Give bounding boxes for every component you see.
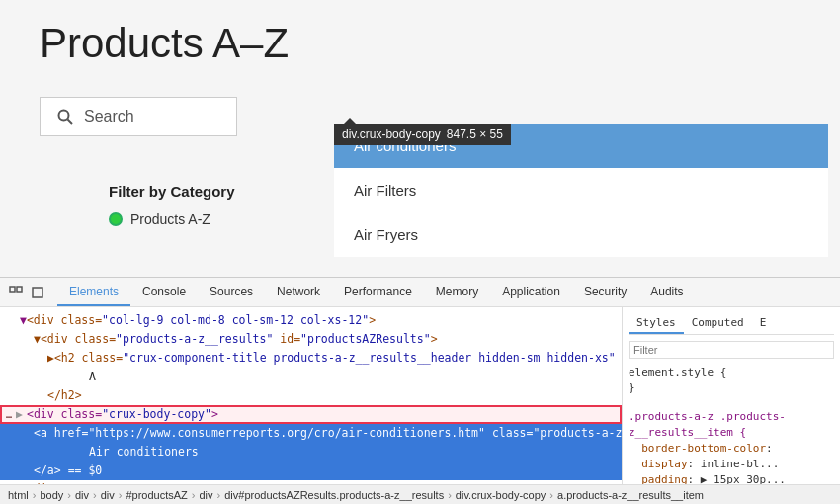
dom-line-anchor-close: </a> == $0 [0,462,622,480]
svg-line-1 [68,120,73,125]
svg-rect-2 [10,287,15,292]
breadcrumb-body[interactable]: body [40,489,63,501]
preview-area: Products A–Z Search div.crux-body-copy 8… [0,0,840,277]
dom-line: ▼<div class="col-lg-9 col-md-8 col-sm-12… [0,311,622,330]
box-icon[interactable] [30,285,45,300]
products-rule: .products-a-z .products-z__results__item… [629,409,834,484]
element-tooltip: div.crux-body-copy 847.5 × 55 [334,124,511,145]
breadcrumb-div1[interactable]: div [75,489,89,501]
tab-sources[interactable]: Sources [198,279,265,306]
dom-line-anchor[interactable]: <a href="https://www.consumerreports.org… [0,424,622,443]
page-title: Products A–Z [40,20,800,67]
styles-panel: Styles Computed E element.style { } .pro… [623,307,840,484]
filter-title: Filter by Category [109,183,235,200]
styles-tabs: Styles Computed E [629,313,834,335]
filter-option[interactable]: Products A-Z [109,211,235,227]
dom-line: </h2> [0,386,622,405]
radio-dot [109,212,123,226]
devtools-icons [8,285,45,300]
filter-option-label: Products A-Z [130,211,210,227]
tooltip-dimensions: 847.5 × 55 [447,127,503,141]
devtools-panel: Elements Console Sources Network Perform… [0,277,840,504]
breadcrumb-div2[interactable]: div [101,489,115,501]
tab-elements[interactable]: Elements [57,279,130,306]
element-style-label: element.style { [629,366,726,378]
dom-line-crux-body-copy[interactable]: … ▶ <div class="crux-body-copy"> [0,405,622,424]
styles-tab-e[interactable]: E [752,313,775,334]
tab-audits[interactable]: Audits [638,279,695,306]
svg-rect-3 [17,287,22,292]
styles-tab-computed[interactable]: Computed [684,313,752,334]
breadcrumb-productsaz[interactable]: #productsAZ [126,489,187,501]
breadcrumb-crux[interactable]: div.crux-body-copy [456,489,546,501]
element-style-rule: element.style { } [629,365,834,396]
styles-filter-input[interactable] [629,341,834,359]
devtools-body: ▼<div class="col-lg-9 col-md-8 col-sm-12… [0,307,840,484]
tab-application[interactable]: Application [490,279,572,306]
search-icon [56,108,74,126]
cursor-icon[interactable] [8,285,24,300]
tab-network[interactable]: Network [265,279,332,306]
element-style-close: } [629,381,635,394]
filter-section: Filter by Category Products A-Z [109,183,235,227]
svg-rect-4 [33,288,42,297]
breadcrumb-anchor[interactable]: a.products-a-z__results__item [557,489,704,501]
styles-tab-styles[interactable]: Styles [629,313,684,334]
tab-memory[interactable]: Memory [424,279,490,306]
svg-point-0 [59,111,69,121]
dom-line: A [0,368,622,386]
dom-line: ▼<div class="products-a-z__results" id="… [0,330,622,349]
dom-panel: ▼<div class="col-lg-9 col-md-8 col-sm-12… [0,307,623,484]
breadcrumb: html › body › div › div › #productsAZ › … [0,484,840,504]
breadcrumb-results[interactable]: div#productsAZResults.products-a-z__resu… [224,489,444,501]
breadcrumb-html[interactable]: html [8,489,29,501]
search-box[interactable]: Search [40,97,237,136]
result-item-1[interactable]: Air Filters [334,168,828,212]
dom-line: ▶<h2 class="crux-component-title product… [0,349,622,368]
breadcrumb-div3[interactable]: div [200,489,213,501]
tooltip-class: div.crux-body-copy [342,127,441,141]
result-item-2[interactable]: Air Fryers [334,212,828,257]
tab-performance[interactable]: Performance [332,279,424,306]
search-placeholder: Search [84,108,134,126]
tab-console[interactable]: Console [130,279,198,306]
dom-line-anchor-text: Air conditioners [0,443,622,462]
tab-security[interactable]: Security [572,279,638,306]
devtools-tabs-bar: Elements Console Sources Network Perform… [0,278,840,307]
